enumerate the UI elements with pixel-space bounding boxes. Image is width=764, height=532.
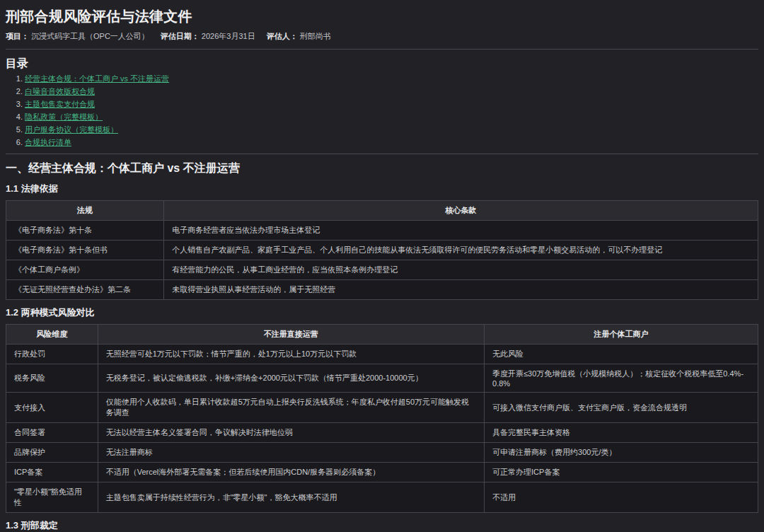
toc-heading: 目录 xyxy=(6,57,758,71)
table-row: 支付接入 仅能使用个人收款码，单日累计收款超5万元自动上报央行反洗钱系统；年度私… xyxy=(6,393,758,423)
toc-item: 隐私政策（完整模板） xyxy=(25,112,758,122)
table-cell: 行政处罚 xyxy=(6,345,98,364)
table-header-cell: 风险维度 xyxy=(6,325,98,345)
table-cell: 不适用（Vercel海外部署无需备案；但若后续使用国内CDN/服务器则必须备案） xyxy=(98,463,484,482)
meta-date-label: 评估日期： xyxy=(161,32,199,40)
toc-item: 白噪音音效版权合规 xyxy=(25,86,758,97)
section-1-2-heading: 1.2 两种模式风险对比 xyxy=(6,306,758,319)
toc-link-theme-payment[interactable]: 主题包售卖支付合规 xyxy=(25,100,95,108)
table-row: 《个体工商户条例》 有经营能力的公民，从事工商业经营的，应当依照本条例办理登记 xyxy=(6,260,758,280)
table-cell: 有经营能力的公民，从事工商业经营的，应当依照本条例办理登记 xyxy=(164,260,758,280)
table-cell: 《无证无照经营查处办法》第二条 xyxy=(6,280,164,300)
table-row: 税务风险 无税务登记，被认定偷逃税款，补缴+滞纳金+2000元以下罚款（情节严重… xyxy=(6,364,758,393)
table-cell: 无此风险 xyxy=(485,345,758,364)
toc-link-business-entity[interactable]: 经营主体合规：个体工商户 vs 不注册运营 xyxy=(25,74,169,83)
table-cell: 可申请注册商标（费用约300元/类） xyxy=(485,443,758,463)
table-cell: 无照经营可处1万元以下罚款；情节严重的，处1万元以上10万元以下罚款 xyxy=(98,345,484,364)
table-cell: 可接入微信支付商户版、支付宝商户版，资金流合规透明 xyxy=(485,393,758,423)
toc-link-whitenoise-copyright[interactable]: 白噪音音效版权合规 xyxy=(25,87,95,96)
table-cell: 品牌保护 xyxy=(6,443,98,463)
toc-item: 主题包售卖支付合规 xyxy=(25,99,758,110)
toc-link-user-agreement[interactable]: 用户服务协议（完整模板） xyxy=(25,125,118,134)
table-row: 《电子商务法》第十条但书 个人销售自产农副产品、家庭手工业产品、个人利用自己的技… xyxy=(6,241,758,260)
table-row: 品牌保护 无法注册商标 可申请注册商标（费用约300元/类） xyxy=(6,443,758,463)
table-of-contents: 经营主体合规：个体工商户 vs 不注册运营 白噪音音效版权合规 主题包售卖支付合… xyxy=(6,74,758,148)
table-header-row: 法规 核心条款 xyxy=(6,201,758,221)
meta-project-label: 项目： xyxy=(6,32,29,40)
table-header-cell: 不注册直接运营 xyxy=(98,325,484,345)
table-cell: 无税务登记，被认定偷逃税款，补缴+滞纳金+2000元以下罚款（情节严重处2000… xyxy=(98,364,484,393)
meta-project-value: 沉浸式码字工具（OPC一人公司） xyxy=(31,32,149,40)
table-header-cell: 注册个体工商户 xyxy=(485,325,758,345)
meta-assessor-value: 刑部尚书 xyxy=(300,32,331,40)
table-cell: "零星小额"豁免适用性 xyxy=(6,482,98,513)
page-title: 刑部合规风险评估与法律文件 xyxy=(6,7,758,26)
table-header-cell: 核心条款 xyxy=(164,201,758,221)
document-page: 刑部合规风险评估与法律文件 项目：沉浸式码字工具（OPC一人公司）评估日期：20… xyxy=(0,0,764,532)
table-cell: 未取得营业执照从事经营活动的，属于无照经营 xyxy=(164,280,758,300)
toc-item: 用户服务协议（完整模板） xyxy=(25,125,758,135)
table-cell: ICP备案 xyxy=(6,463,98,482)
toc-link-compliance-checklist[interactable]: 合规执行清单 xyxy=(25,138,71,146)
table-cell: 无法注册商标 xyxy=(98,443,484,463)
table-cell: 支付接入 xyxy=(6,393,98,423)
toc-item: 经营主体合规：个体工商户 vs 不注册运营 xyxy=(25,74,758,84)
table-cell: 税务风险 xyxy=(6,364,98,393)
section-1-3-heading: 1.3 刑部裁定 xyxy=(6,519,758,532)
table-row: 合同签署 无法以经营主体名义签署合同，争议解决时法律地位弱 具备完整民事主体资格 xyxy=(6,423,758,443)
table-header-cell: 法规 xyxy=(6,201,164,221)
table-row: ICP备案 不适用（Vercel海外部署无需备案；但若后续使用国内CDN/服务器… xyxy=(6,463,758,482)
table-cell: 季度开票≤30万免增值税（小规模纳税人）；核定征收个税税率低至0.4%-0.8% xyxy=(485,364,758,393)
table-cell: 无法以经营主体名义签署合同，争议解决时法律地位弱 xyxy=(98,423,484,443)
table-cell: 《电子商务法》第十条 xyxy=(6,221,164,241)
meta-date-value: 2026年3月31日 xyxy=(202,32,255,40)
table-cell: 《电子商务法》第十条但书 xyxy=(6,241,164,260)
meta-assessor-label: 评估人： xyxy=(267,32,298,40)
table-cell: 合同签署 xyxy=(6,423,98,443)
document-meta: 项目：沉浸式码字工具（OPC一人公司）评估日期：2026年3月31日评估人：刑部… xyxy=(6,31,758,50)
table-cell: 电子商务经营者应当依法办理市场主体登记 xyxy=(164,221,758,241)
table-cell: 《个体工商户条例》 xyxy=(6,260,164,280)
legal-basis-table: 法规 核心条款 《电子商务法》第十条 电子商务经营者应当依法办理市场主体登记 《… xyxy=(6,200,758,300)
table-cell: 不适用 xyxy=(485,482,758,513)
section-1-1-heading: 1.1 法律依据 xyxy=(6,183,758,195)
table-cell: 具备完整民事主体资格 xyxy=(485,423,758,443)
table-header-row: 风险维度 不注册直接运营 注册个体工商户 xyxy=(6,325,758,345)
toc-link-privacy-policy[interactable]: 隐私政策（完整模板） xyxy=(25,112,103,121)
risk-comparison-table: 风险维度 不注册直接运营 注册个体工商户 行政处罚 无照经营可处1万元以下罚款；… xyxy=(6,324,758,513)
section-1-heading: 一、经营主体合规：个体工商户 vs 不注册运营 xyxy=(6,161,758,176)
toc-item: 合规执行清单 xyxy=(25,137,758,148)
table-row: 行政处罚 无照经营可处1万元以下罚款；情节严重的，处1万元以上10万元以下罚款 … xyxy=(6,345,758,364)
table-row: 《无证无照经营查处办法》第二条 未取得营业执照从事经营活动的，属于无照经营 xyxy=(6,280,758,300)
divider xyxy=(6,154,758,154)
table-cell: 可正常办理ICP备案 xyxy=(485,463,758,482)
table-cell: 个人销售自产农副产品、家庭手工业产品、个人利用自己的技能从事依法无须取得许可的便… xyxy=(164,241,758,260)
table-cell: 仅能使用个人收款码，单日累计收款超5万元自动上报央行反洗钱系统；年度私户收付超5… xyxy=(98,393,484,423)
table-cell: 主题包售卖属于持续性经营行为，非"零星小额"，豁免大概率不适用 xyxy=(98,482,484,513)
table-row: 《电子商务法》第十条 电子商务经营者应当依法办理市场主体登记 xyxy=(6,221,758,241)
table-row: "零星小额"豁免适用性 主题包售卖属于持续性经营行为，非"零星小额"，豁免大概率… xyxy=(6,482,758,513)
